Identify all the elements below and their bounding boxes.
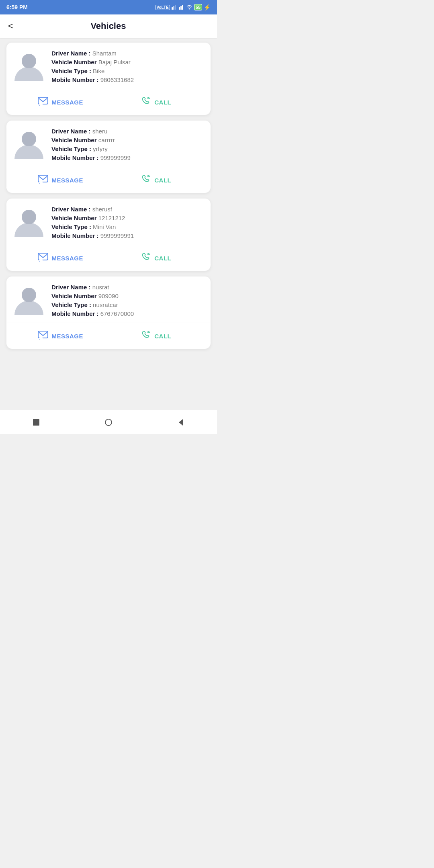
driver-name-value-4: nusrat (92, 284, 109, 291)
call-button-3[interactable]: CALL (109, 249, 205, 267)
vehicle-card-1: Driver Name : Shantam Vehicle Number Baj… (6, 43, 211, 115)
mobile-number-row-2: Mobile Number : 999999999 (51, 154, 204, 161)
mobile-number-value-4: 6767670000 (100, 310, 134, 317)
message-button-3[interactable]: MESSAGE (13, 250, 108, 266)
vehicle-type-row-2: Vehicle Type : yrfyry (51, 145, 204, 152)
svg-point-10 (14, 145, 43, 159)
message-icon-2 (38, 175, 48, 185)
driver-name-row-2: Driver Name : sheru (51, 128, 204, 135)
vehicle-type-value-3: Mini Van (93, 223, 116, 230)
card-actions-4: MESSAGE CALL (13, 323, 204, 349)
vehicle-number-row-1: Vehicle Number Bajaj Pulsar (51, 59, 204, 66)
driver-name-row-4: Driver Name : nusrat (51, 284, 204, 291)
message-label-1: MESSAGE (51, 99, 83, 106)
mobile-number-row-3: Mobile Number : 9999999991 (51, 232, 204, 239)
vehicle-number-label-2: Vehicle Number (51, 137, 97, 143)
card-actions-3: MESSAGE CALL (13, 245, 204, 271)
call-icon-4 (141, 330, 151, 342)
svg-rect-3 (179, 7, 180, 10)
status-time: 6:59 PM (6, 4, 28, 10)
wifi-icon (186, 4, 192, 10)
card-top-3: Driver Name : sherusf Vehicle Number 121… (13, 205, 204, 239)
message-icon-3 (38, 253, 48, 263)
header: < Vehicles (0, 14, 217, 38)
call-button-4[interactable]: CALL (109, 327, 205, 345)
svg-rect-8 (38, 97, 48, 104)
page-title: Vehicles (20, 21, 197, 31)
back-button[interactable]: < (8, 21, 13, 31)
mobile-number-label-1: Mobile Number : (51, 76, 99, 83)
mobile-number-row-1: Mobile Number : 9806331682 (51, 76, 204, 83)
card-actions-2: MESSAGE CALL (13, 167, 204, 193)
svg-point-19 (22, 288, 36, 302)
card-top-2: Driver Name : sheru Vehicle Number carrr… (13, 127, 204, 161)
vehicle-card-2: Driver Name : sheru Vehicle Number carrr… (6, 121, 211, 193)
vehicle-type-row-4: Vehicle Type : nusratcar (51, 301, 204, 308)
svg-rect-1 (173, 6, 174, 10)
driver-name-label-3: Driver Name : (51, 206, 91, 213)
call-button-1[interactable]: CALL (109, 93, 205, 111)
signal-icon-2 (179, 4, 184, 10)
driver-name-row-1: Driver Name : Shantam (51, 50, 204, 57)
vehicle-type-value-1: Bike (93, 68, 104, 74)
call-icon-1 (141, 96, 151, 108)
svg-rect-12 (38, 175, 48, 182)
card-info-3: Driver Name : sherusf Vehicle Number 121… (51, 205, 204, 239)
avatar-3 (13, 205, 45, 237)
vehicle-number-row-2: Vehicle Number carrrrr (51, 137, 204, 143)
battery-icon: 55 (194, 4, 202, 10)
driver-name-value-3: sherusf (92, 206, 112, 213)
mobile-number-value-3: 9999999991 (100, 232, 134, 239)
message-button-4[interactable]: MESSAGE (13, 328, 108, 344)
message-icon-1 (38, 97, 48, 107)
avatar-1 (13, 49, 45, 81)
vehicle-number-label-4: Vehicle Number (51, 293, 97, 299)
vehicle-number-value-1: Bajaj Pulsar (98, 59, 131, 66)
card-info-4: Driver Name : nusrat Vehicle Number 9090… (51, 283, 204, 317)
message-label-4: MESSAGE (51, 333, 83, 340)
message-button-1[interactable]: MESSAGE (13, 94, 108, 111)
call-icon-3 (141, 252, 151, 264)
driver-name-row-3: Driver Name : sherusf (51, 206, 204, 213)
svg-point-14 (14, 223, 43, 237)
mobile-number-label-3: Mobile Number : (51, 232, 99, 239)
svg-point-7 (22, 54, 36, 68)
vehicle-number-row-4: Vehicle Number 909090 (51, 293, 204, 299)
mobile-number-label-4: Mobile Number : (51, 310, 99, 317)
status-bar: 6:59 PM VoLTE 55 ⚡ (0, 0, 217, 14)
call-button-2[interactable]: CALL (109, 171, 205, 189)
charging-icon: ⚡ (204, 4, 211, 10)
nav-stop-button[interactable] (29, 415, 43, 430)
call-label-1: CALL (154, 99, 171, 106)
card-top-1: Driver Name : Shantam Vehicle Number Baj… (13, 49, 204, 83)
driver-name-value-1: Shantam (92, 50, 117, 57)
call-label-4: CALL (154, 333, 171, 340)
nav-back-button[interactable] (174, 415, 188, 430)
mobile-number-label-2: Mobile Number : (51, 154, 99, 161)
volte-icon: VoLTE (156, 5, 170, 10)
svg-point-15 (22, 210, 36, 224)
card-top-4: Driver Name : nusrat Vehicle Number 9090… (13, 283, 204, 317)
vehicle-number-value-4: 909090 (98, 293, 119, 299)
vehicle-number-label-1: Vehicle Number (51, 59, 97, 66)
svg-point-6 (14, 67, 43, 81)
nav-home-button[interactable] (101, 415, 116, 430)
vehicle-number-row-3: Vehicle Number 12121212 (51, 215, 204, 221)
svg-marker-24 (179, 419, 183, 426)
vehicle-number-value-3: 12121212 (98, 215, 125, 221)
card-actions-1: MESSAGE CALL (13, 89, 204, 115)
vehicle-type-label-4: Vehicle Type : (51, 301, 91, 308)
message-button-2[interactable]: MESSAGE (13, 172, 108, 188)
card-info-2: Driver Name : sheru Vehicle Number carrr… (51, 127, 204, 161)
vehicle-type-label-2: Vehicle Type : (51, 145, 91, 152)
driver-name-label-4: Driver Name : (51, 284, 91, 291)
svg-rect-5 (182, 5, 183, 10)
message-icon-4 (38, 331, 48, 341)
vehicle-type-row-3: Vehicle Type : Mini Van (51, 223, 204, 230)
avatar-2 (13, 127, 45, 159)
call-label-3: CALL (154, 255, 171, 262)
svg-rect-22 (33, 419, 39, 426)
call-label-2: CALL (154, 177, 171, 184)
message-label-2: MESSAGE (51, 177, 83, 184)
driver-name-label-1: Driver Name : (51, 50, 91, 57)
